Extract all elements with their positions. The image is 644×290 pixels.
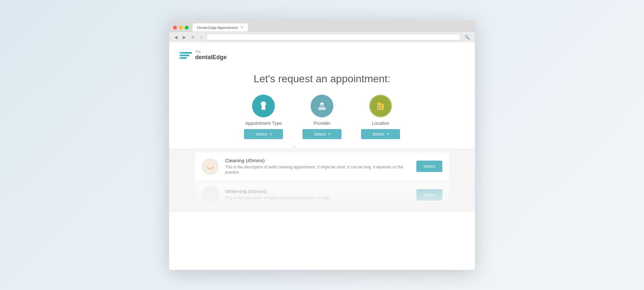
location-select-btn[interactable]: Select ▾: [361, 129, 400, 139]
browser-window: Dental Edge Appointment ✕ ◀ ▶ ↻ ⌂ 🔍 The …: [169, 20, 475, 270]
svg-rect-19: [211, 194, 212, 195]
logo-text: The dentalEdge: [195, 50, 227, 61]
provider-chevron: ▾: [329, 132, 330, 136]
dot-yellow[interactable]: [179, 26, 183, 30]
whitening-title: Whitening (45mins): [225, 189, 410, 194]
logo-the: The: [195, 50, 227, 54]
cleaning-text: Cleaning (45mins) This is the descriptio…: [225, 158, 410, 176]
svg-rect-17: [208, 194, 209, 195]
home-button[interactable]: ⌂: [199, 34, 204, 40]
svg-rect-4: [378, 105, 380, 106]
location-chevron: ▾: [387, 132, 389, 136]
svg-rect-5: [381, 105, 382, 106]
back-button[interactable]: ◀: [173, 34, 179, 40]
provider-label: Provider: [314, 121, 330, 126]
appointment-type-icon: [252, 95, 275, 117]
whitening-desc: This is the description of teeth cleanin…: [225, 195, 410, 201]
cleaning-desc: This is the description of teeth cleanin…: [225, 165, 410, 176]
location-label: Location: [372, 121, 389, 126]
selector-appointment-type: Appointment Type Select ▾: [244, 95, 283, 139]
browser-tab[interactable]: Dental Edge Appointment ✕: [193, 23, 248, 32]
dot-red[interactable]: [173, 26, 177, 30]
svg-rect-3: [377, 103, 381, 105]
appointment-type-select-btn[interactable]: Select ▾: [244, 129, 283, 139]
provider-icon: [311, 95, 333, 117]
tab-close-btn[interactable]: ✕: [240, 25, 243, 30]
browser-dots: [173, 26, 189, 30]
selector-provider: Provider Select ▾: [302, 95, 342, 139]
svg-rect-6: [378, 107, 380, 109]
provider-select-btn[interactable]: Select ▾: [302, 129, 342, 139]
browser-chrome: Dental Edge Appointment ✕ ◀ ▶ ↻ ⌂ 🔍: [169, 20, 475, 42]
whitening-icon: [202, 186, 219, 203]
dot-green[interactable]: [185, 26, 189, 30]
wave-2: [180, 55, 189, 56]
page-content: The dentalEdge Let's request an appointm…: [169, 42, 475, 270]
logo-area: The dentalEdge: [169, 42, 475, 66]
wave-3: [180, 57, 187, 59]
wave-1: [180, 52, 192, 54]
svg-rect-2: [377, 104, 384, 110]
svg-rect-18: [210, 194, 211, 195]
browser-titlebar: Dental Edge Appointment ✕: [169, 20, 475, 32]
appointment-type-label: Appointment Type: [245, 121, 282, 126]
address-bar[interactable]: [207, 34, 461, 40]
dropdown-list: Cleaning (45mins) This is the descriptio…: [169, 149, 475, 213]
selectors-row: Appointment Type Select ▾ P: [169, 95, 475, 149]
page-heading: Let's request an appointment:: [169, 66, 475, 95]
whitening-text: Whitening (45mins) This is the descripti…: [225, 189, 410, 201]
dropdown-arrow: [289, 145, 299, 149]
svg-rect-13: [211, 166, 212, 167]
provider-btn-label: Select: [314, 132, 326, 137]
appointment-type-btn-label: Select: [255, 132, 267, 137]
search-button[interactable]: 🔍: [463, 34, 471, 40]
svg-rect-7: [381, 107, 382, 109]
browser-toolbar: ◀ ▶ ↻ ⌂ 🔍: [169, 32, 475, 42]
whitening-select-btn[interactable]: Select: [416, 189, 442, 201]
cleaning-icon: [202, 158, 219, 175]
tab-title: Dental Edge Appointment: [197, 26, 238, 30]
dropdown-overlay: Cleaning (45mins) This is the descriptio…: [169, 149, 475, 213]
location-icon: [369, 95, 392, 117]
refresh-button[interactable]: ↻: [190, 34, 196, 40]
svg-rect-11: [208, 166, 209, 167]
dropdown-item-whitening: Whitening (45mins) This is the descripti…: [195, 181, 449, 208]
selector-location: Location Select ▾: [361, 95, 400, 139]
dropdown-item-cleaning: Cleaning (45mins) This is the descriptio…: [195, 152, 449, 181]
cleaning-select-btn[interactable]: Select: [416, 161, 442, 172]
logo-brand: dentalEdge: [195, 54, 227, 60]
svg-rect-12: [210, 165, 211, 167]
appointment-type-chevron: ▾: [270, 132, 272, 136]
location-btn-label: Select: [372, 132, 384, 137]
logo-waves: [180, 52, 192, 59]
cleaning-title: Cleaning (45mins): [225, 158, 410, 163]
forward-button[interactable]: ▶: [181, 34, 187, 40]
